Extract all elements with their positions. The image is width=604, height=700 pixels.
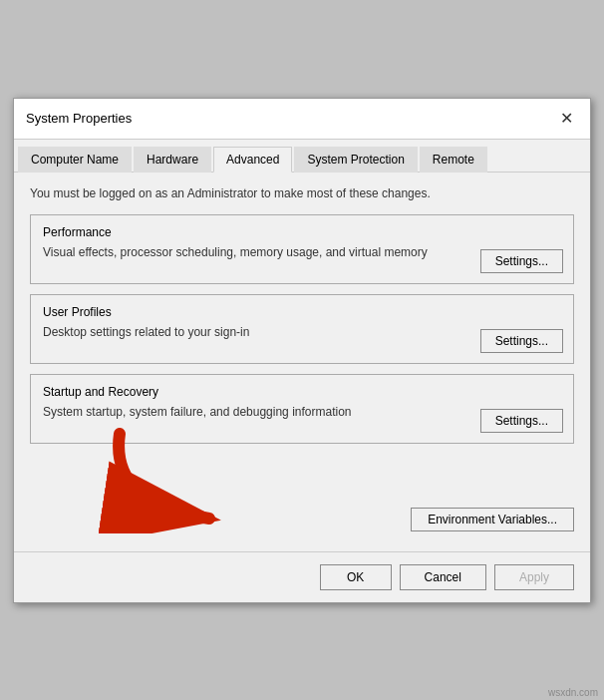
title-bar: System Properties ✕ [14,99,590,140]
user-profiles-title: User Profiles [43,305,561,319]
system-properties-window: System Properties ✕ Computer Name Hardwa… [13,98,591,603]
environment-variables-button[interactable]: Environment Variables... [411,508,574,531]
window-title: System Properties [26,111,132,126]
tab-hardware[interactable]: Hardware [134,147,211,173]
tab-system-protection[interactable]: System Protection [294,147,417,173]
startup-recovery-section: Startup and Recovery System startup, sys… [30,374,574,444]
performance-title: Performance [43,225,561,239]
tab-computer-name[interactable]: Computer Name [18,147,132,173]
content-area: You must be logged on as an Administrato… [14,173,590,545]
apply-button[interactable]: Apply [494,564,574,590]
env-var-container: Environment Variables... [30,504,574,531]
tab-advanced[interactable]: Advanced [213,147,292,173]
tabs-bar: Computer Name Hardware Advanced System P… [14,140,590,173]
close-button[interactable]: ✕ [554,107,578,131]
admin-notice: You must be logged on as an Administrato… [30,186,574,200]
startup-recovery-settings-button[interactable]: Settings... [480,409,563,433]
performance-section: Performance Visual effects, processor sc… [30,214,574,284]
tab-remote[interactable]: Remote [420,147,487,173]
ok-button[interactable]: OK [320,564,392,590]
user-profiles-section: User Profiles Desktop settings related t… [30,294,574,364]
user-profiles-settings-button[interactable]: Settings... [480,329,563,353]
cancel-button[interactable]: Cancel [400,564,486,590]
startup-recovery-title: Startup and Recovery [43,385,561,399]
performance-settings-button[interactable]: Settings... [480,249,563,273]
bottom-buttons-bar: OK Cancel Apply [14,551,590,602]
watermark: wsxdn.com [548,687,598,698]
